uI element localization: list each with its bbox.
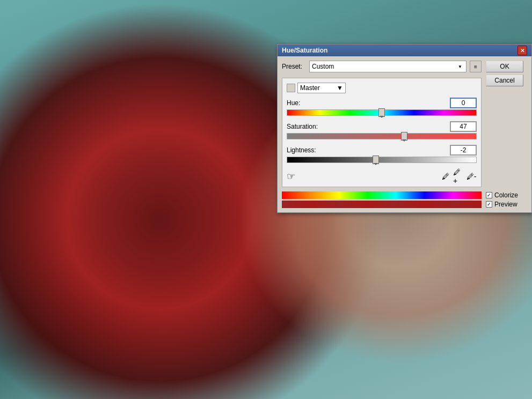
lightness-track[interactable] bbox=[287, 157, 477, 163]
saturation-track[interactable] bbox=[287, 133, 477, 139]
lightness-slider-track[interactable] bbox=[287, 157, 477, 165]
preview-label: Preview bbox=[494, 201, 518, 208]
preview-option[interactable]: ✓ Preview bbox=[486, 201, 527, 208]
lightness-value: -2 bbox=[461, 146, 467, 154]
eyedropper-tools: 🖉 🖉+ 🖉- bbox=[440, 171, 477, 182]
hand-tool-icon[interactable]: ☞ bbox=[287, 171, 295, 182]
saturation-label-row: Saturation: 47 bbox=[287, 121, 477, 132]
lightness-thumb[interactable] bbox=[373, 156, 379, 164]
colorize-option[interactable]: ✓ Colorize bbox=[486, 191, 527, 199]
channel-row: Master ▼ bbox=[287, 83, 477, 93]
close-button[interactable]: ✕ bbox=[518, 46, 527, 55]
result-spectrum-bar bbox=[282, 201, 482, 208]
tools-row: ☞ 🖉 🖉+ 🖉- bbox=[287, 168, 477, 182]
dialog-right-panel: OK Cancel ✓ Colorize ✓ Preview bbox=[486, 56, 531, 212]
channel-dropdown[interactable]: Master ▼ bbox=[297, 83, 346, 93]
preset-value: Custom bbox=[312, 63, 334, 70]
hue-label-row: Hue: 0 bbox=[287, 98, 477, 108]
chevron-down-icon: ▼ bbox=[456, 63, 464, 70]
cancel-button[interactable]: Cancel bbox=[486, 75, 523, 86]
dialog-title: Hue/Saturation bbox=[282, 47, 327, 54]
preview-checkbox[interactable]: ✓ bbox=[486, 201, 492, 208]
saturation-row: Saturation: 47 bbox=[287, 121, 477, 142]
hue-track[interactable] bbox=[287, 109, 477, 116]
saturation-slider-track[interactable] bbox=[287, 133, 477, 142]
saturation-value: 47 bbox=[460, 123, 467, 130]
saturation-thumb[interactable] bbox=[401, 132, 407, 141]
hue-value: 0 bbox=[462, 99, 465, 107]
channel-value: Master bbox=[300, 84, 320, 92]
lightness-label-row: Lightness: -2 bbox=[287, 145, 477, 156]
spectrum-container bbox=[282, 191, 482, 208]
lightness-label: Lightness: bbox=[287, 146, 330, 154]
preset-label: Preset: bbox=[282, 63, 306, 70]
lightness-input[interactable]: -2 bbox=[450, 145, 477, 156]
hue-slider-track[interactable] bbox=[287, 109, 477, 118]
hue-thumb[interactable] bbox=[378, 108, 385, 117]
dialog-inner: Preset: Custom ▼ ≡ Master ▼ bbox=[278, 56, 531, 212]
preset-row: Preset: Custom ▼ ≡ bbox=[282, 61, 482, 72]
colorize-checkbox[interactable]: ✓ bbox=[486, 192, 492, 198]
dialog-left-panel: Preset: Custom ▼ ≡ Master ▼ bbox=[278, 56, 486, 212]
dialog-titlebar: Hue/Saturation ✕ bbox=[278, 45, 531, 56]
lightness-row: Lightness: -2 bbox=[287, 145, 477, 165]
hue-row: Hue: 0 bbox=[287, 98, 477, 118]
saturation-input[interactable]: 47 bbox=[450, 121, 477, 132]
colorize-label: Colorize bbox=[494, 191, 518, 199]
hue-label: Hue: bbox=[287, 99, 330, 107]
eyedropper-add-icon[interactable]: 🖉+ bbox=[453, 171, 464, 182]
preset-options-button[interactable]: ≡ bbox=[470, 61, 482, 72]
ok-button[interactable]: OK bbox=[486, 61, 523, 72]
checkbox-options: ✓ Colorize ✓ Preview bbox=[486, 191, 527, 208]
eyedropper-subtract-icon[interactable]: 🖉- bbox=[466, 171, 477, 182]
source-spectrum-bar bbox=[282, 191, 482, 199]
preset-dropdown[interactable]: Custom ▼ bbox=[309, 61, 467, 72]
channel-checkbox bbox=[287, 84, 295, 92]
action-buttons: OK Cancel bbox=[486, 61, 527, 86]
eyedropper-icon[interactable]: 🖉 bbox=[440, 171, 451, 182]
channel-chevron-icon: ▼ bbox=[337, 84, 343, 92]
saturation-label: Saturation: bbox=[287, 123, 330, 130]
adjustments-panel: Master ▼ Hue: 0 bbox=[282, 78, 482, 187]
hue-saturation-dialog: Hue/Saturation ✕ Preset: Custom ▼ ≡ bbox=[277, 44, 532, 213]
hue-input[interactable]: 0 bbox=[450, 98, 477, 108]
